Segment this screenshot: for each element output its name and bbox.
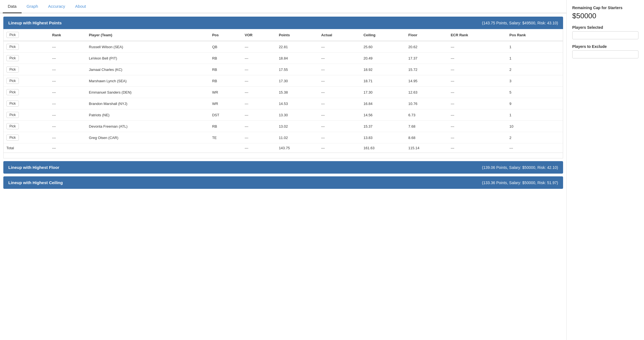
cell-vor: --- [242,109,276,121]
players-selected-input[interactable] [572,31,638,39]
cell-vor: --- [242,75,276,87]
cell-floor: 10.76 [406,98,448,109]
cell-pos-rank: 3 [507,75,563,87]
cell-points: 13.30 [276,109,318,121]
table-row: Pick --- Marshawn Lynch (SEA) RB --- 17.… [4,75,563,87]
total-label: Total [4,143,49,153]
cell-points: 18.84 [276,53,318,64]
highest-points-table: Pick Rank Player (Team) Pos VOR Points A… [4,29,563,153]
total-vor: --- [242,143,276,153]
cell-actual: --- [318,41,361,53]
cell-rank: --- [49,41,86,53]
cell-vor: --- [242,132,276,143]
total-floor: 115.14 [406,143,448,153]
pick-button[interactable]: Pick [6,44,19,50]
players-to-exclude-input[interactable] [572,50,638,58]
cell-rank: --- [49,75,86,87]
cell-player: Devonta Freeman (ATL) [86,121,209,132]
cell-pick: Pick [4,109,49,121]
cell-actual: --- [318,75,361,87]
cell-ceiling: 20.49 [361,53,406,64]
players-to-exclude-label: Players to Exclude [572,44,638,49]
cell-pos: RB [209,64,242,75]
total-ceiling: 161.63 [361,143,406,153]
tab-graph[interactable]: Graph [22,0,43,13]
cell-player: LeVeon Bell (PIT) [86,53,209,64]
highest-floor-header[interactable]: Lineup with Highest Floor (139.06 Points… [3,161,563,174]
cell-rank: --- [49,53,86,64]
cell-actual: --- [318,87,361,98]
cell-actual: --- [318,109,361,121]
cell-floor: 8.68 [406,132,448,143]
cell-ceiling: 25.60 [361,41,406,53]
cell-pos: DST [209,109,242,121]
table-row: Pick --- Russell Wilson (SEA) QB --- 22.… [4,41,563,53]
cell-actual: --- [318,132,361,143]
cell-floor: 15.72 [406,64,448,75]
cell-rank: --- [49,121,86,132]
col-pos: Pos [209,29,242,41]
cell-pos-rank: 10 [507,121,563,132]
tab-data[interactable]: Data [3,0,22,13]
cell-pick: Pick [4,132,49,143]
tab-about[interactable]: About [70,0,91,13]
col-rank: Rank [49,29,86,41]
cell-points: 11.02 [276,132,318,143]
cell-ecr-rank: --- [448,132,507,143]
total-row: Total --- --- 143.75 --- 161.63 115.14 -… [4,143,563,153]
col-ecr-rank: ECR Rank [448,29,507,41]
table-bottom-spacer [3,153,563,158]
tab-accuracy[interactable]: Accuracy [43,0,70,13]
pick-button[interactable]: Pick [6,112,19,118]
cell-pick: Pick [4,98,49,109]
cell-points: 14.53 [276,98,318,109]
cell-floor: 6.73 [406,109,448,121]
cell-ceiling: 16.84 [361,98,406,109]
table-row: Pick --- Jamaal Charles (KC) RB --- 17.5… [4,64,563,75]
cell-vor: --- [242,98,276,109]
pick-button[interactable]: Pick [6,55,19,61]
highest-ceiling-subtitle: (133.36 Points, Salary: $50000, Risk: 51… [482,181,558,185]
table-row: Pick --- Brandon Marshall (NYJ) WR --- 1… [4,98,563,109]
cell-pick: Pick [4,75,49,87]
total-pos-rank: --- [507,143,563,153]
cell-pos: TE [209,132,242,143]
cell-ecr-rank: --- [448,64,507,75]
highest-ceiling-header[interactable]: Lineup with Highest Ceiling (133.36 Poin… [3,176,563,189]
cell-floor: 14.95 [406,75,448,87]
cell-pos-rank: 2 [507,132,563,143]
cell-ecr-rank: --- [448,98,507,109]
pick-button[interactable]: Pick [6,135,19,141]
cell-vor: --- [242,121,276,132]
table-header-row: Pick Rank Player (Team) Pos VOR Points A… [4,29,563,41]
cell-vor: --- [242,53,276,64]
cell-ceiling: 13.83 [361,132,406,143]
col-points: Points [276,29,318,41]
cell-points: 17.55 [276,64,318,75]
header-pick-button[interactable]: Pick [6,32,19,38]
pick-button[interactable]: Pick [6,101,19,107]
sidebar: Remaining Cap for Starters $50000 Player… [566,0,644,340]
pick-button[interactable]: Pick [6,89,19,95]
highest-points-header: Lineup with Highest Points (143.75 Point… [3,17,563,29]
cell-ecr-rank: --- [448,41,507,53]
cell-player: Brandon Marshall (NYJ) [86,98,209,109]
cell-ceiling: 18.71 [361,75,406,87]
cell-player: Russell Wilson (SEA) [86,41,209,53]
pick-button[interactable]: Pick [6,123,19,129]
total-player [86,143,209,153]
cell-ecr-rank: --- [448,109,507,121]
cell-points: 13.02 [276,121,318,132]
cell-points: 15.38 [276,87,318,98]
cell-actual: --- [318,121,361,132]
pick-button[interactable]: Pick [6,78,19,84]
tab-bar: Data Graph Accuracy About [0,0,566,13]
highest-floor-subtitle: (139.06 Points, Salary: $50000, Risk: 42… [482,165,558,170]
table-row: Pick --- LeVeon Bell (PIT) RB --- 18.84 … [4,53,563,64]
highest-ceiling-title: Lineup with Highest Ceiling [8,180,63,185]
cell-pos-rank: 1 [507,41,563,53]
table-row: Pick --- Patriots (NE) DST --- 13.30 ---… [4,109,563,121]
cell-pos: WR [209,98,242,109]
pick-button[interactable]: Pick [6,66,19,73]
cell-pos-rank: 1 [507,109,563,121]
